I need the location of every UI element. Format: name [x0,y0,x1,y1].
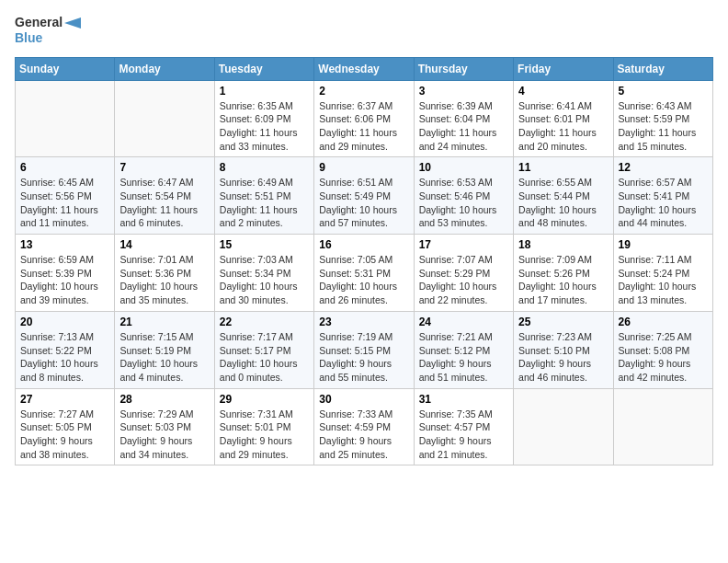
day-number: 22 [220,316,309,328]
weekday-header: Thursday [414,57,513,80]
day-number: 18 [518,238,608,251]
weekday-header: Tuesday [214,57,313,80]
day-number: 27 [20,393,109,406]
day-info: Sunrise: 7:07 AMSunset: 5:29 PMDaylight:… [419,253,508,307]
weekday-header: Wednesday [314,57,414,80]
day-info: Sunrise: 7:29 AMSunset: 5:03 PMDaylight:… [119,408,209,462]
weekday-header: Friday [514,57,613,80]
day-info: Sunrise: 6:47 AMSunset: 5:54 PMDaylight:… [119,176,209,230]
calendar-cell: 13Sunrise: 6:59 AMSunset: 5:39 PMDayligh… [16,235,115,312]
calendar-cell: 23Sunrise: 7:19 AMSunset: 5:15 PMDayligh… [314,311,414,388]
calendar-cell: 9Sunrise: 6:51 AMSunset: 5:49 PMDaylight… [314,157,414,235]
day-number: 21 [119,316,209,328]
day-info: Sunrise: 7:33 AMSunset: 4:59 PMDaylight:… [319,408,408,462]
day-number: 12 [619,161,708,174]
calendar-cell: 5Sunrise: 6:43 AMSunset: 5:59 PMDaylight… [613,80,712,157]
calendar-cell: 1Sunrise: 6:35 AMSunset: 6:09 PMDaylight… [214,80,313,157]
day-number: 6 [20,161,109,174]
calendar-cell: 17Sunrise: 7:07 AMSunset: 5:29 PMDayligh… [414,235,513,312]
day-number: 11 [518,161,608,174]
day-info: Sunrise: 6:53 AMSunset: 5:46 PMDaylight:… [419,176,508,230]
day-number: 23 [319,316,408,328]
day-info: Sunrise: 6:55 AMSunset: 5:44 PMDaylight:… [518,176,608,230]
day-number: 31 [419,393,508,406]
calendar-week-row: 13Sunrise: 6:59 AMSunset: 5:39 PMDayligh… [16,235,713,312]
calendar-cell: 24Sunrise: 7:21 AMSunset: 5:12 PMDayligh… [414,311,513,388]
day-number: 20 [20,316,109,328]
calendar-cell [115,80,214,157]
calendar-week-row: 20Sunrise: 7:13 AMSunset: 5:22 PMDayligh… [16,311,713,388]
day-number: 24 [419,316,508,328]
day-number: 19 [619,238,708,251]
day-number: 4 [518,85,608,98]
calendar-cell: 20Sunrise: 7:13 AMSunset: 5:22 PMDayligh… [16,311,115,388]
day-info: Sunrise: 6:45 AMSunset: 5:56 PMDaylight:… [20,176,109,230]
calendar-cell [514,388,613,465]
calendar-cell: 21Sunrise: 7:15 AMSunset: 5:19 PMDayligh… [115,311,214,388]
day-number: 3 [419,85,508,98]
day-number: 14 [119,238,209,251]
calendar-cell: 2Sunrise: 6:37 AMSunset: 6:06 PMDaylight… [314,80,414,157]
weekday-header: Saturday [613,57,712,80]
calendar-cell: 18Sunrise: 7:09 AMSunset: 5:26 PMDayligh… [514,235,613,312]
day-info: Sunrise: 7:05 AMSunset: 5:31 PMDaylight:… [319,253,408,307]
day-number: 26 [619,316,708,328]
calendar-cell: 15Sunrise: 7:03 AMSunset: 5:34 PMDayligh… [214,235,313,312]
calendar-cell [16,80,115,157]
day-info: Sunrise: 7:21 AMSunset: 5:12 PMDaylight:… [419,330,508,385]
calendar-cell: 30Sunrise: 7:33 AMSunset: 4:59 PMDayligh… [314,388,414,465]
day-info: Sunrise: 7:11 AMSunset: 5:24 PMDaylight:… [619,253,708,307]
calendar-cell: 14Sunrise: 7:01 AMSunset: 5:36 PMDayligh… [115,235,214,312]
calendar-cell: 22Sunrise: 7:17 AMSunset: 5:17 PMDayligh… [214,311,313,388]
day-info: Sunrise: 7:35 AMSunset: 4:57 PMDaylight:… [419,408,508,462]
calendar-week-row: 6Sunrise: 6:45 AMSunset: 5:56 PMDaylight… [16,157,713,235]
logo: General Blue [15,15,81,46]
day-number: 5 [619,85,708,98]
calendar-cell: 7Sunrise: 6:47 AMSunset: 5:54 PMDaylight… [115,157,214,235]
day-info: Sunrise: 6:59 AMSunset: 5:39 PMDaylight:… [20,253,109,307]
day-info: Sunrise: 7:15 AMSunset: 5:19 PMDaylight:… [119,330,209,385]
day-info: Sunrise: 7:01 AMSunset: 5:36 PMDaylight:… [119,253,209,307]
calendar-cell: 12Sunrise: 6:57 AMSunset: 5:41 PMDayligh… [613,157,712,235]
calendar-cell: 19Sunrise: 7:11 AMSunset: 5:24 PMDayligh… [613,235,712,312]
calendar-cell: 29Sunrise: 7:31 AMSunset: 5:01 PMDayligh… [214,388,313,465]
day-number: 29 [220,393,309,406]
day-number: 7 [119,161,209,174]
calendar-cell: 25Sunrise: 7:23 AMSunset: 5:10 PMDayligh… [514,311,613,388]
day-number: 28 [119,393,209,406]
calendar-cell: 31Sunrise: 7:35 AMSunset: 4:57 PMDayligh… [414,388,513,465]
day-info: Sunrise: 7:09 AMSunset: 5:26 PMDaylight:… [518,253,608,307]
day-number: 15 [220,238,309,251]
svg-marker-0 [64,17,81,29]
day-info: Sunrise: 7:27 AMSunset: 5:05 PMDaylight:… [20,408,109,462]
calendar-cell: 11Sunrise: 6:55 AMSunset: 5:44 PMDayligh… [514,157,613,235]
day-info: Sunrise: 7:25 AMSunset: 5:08 PMDaylight:… [619,330,708,385]
calendar-table: SundayMondayTuesdayWednesdayThursdayFrid… [15,57,713,466]
weekday-header: Monday [115,57,214,80]
day-info: Sunrise: 7:13 AMSunset: 5:22 PMDaylight:… [20,330,109,385]
calendar-cell: 10Sunrise: 6:53 AMSunset: 5:46 PMDayligh… [414,157,513,235]
day-number: 10 [419,161,508,174]
day-info: Sunrise: 7:23 AMSunset: 5:10 PMDaylight:… [518,330,608,385]
day-info: Sunrise: 6:43 AMSunset: 5:59 PMDaylight:… [619,99,708,154]
day-number: 1 [220,85,309,98]
day-info: Sunrise: 7:03 AMSunset: 5:34 PMDaylight:… [220,253,309,307]
calendar-cell: 28Sunrise: 7:29 AMSunset: 5:03 PMDayligh… [115,388,214,465]
day-info: Sunrise: 6:37 AMSunset: 6:06 PMDaylight:… [319,99,408,154]
calendar-cell: 27Sunrise: 7:27 AMSunset: 5:05 PMDayligh… [16,388,115,465]
calendar-cell: 3Sunrise: 6:39 AMSunset: 6:04 PMDaylight… [414,80,513,157]
weekday-header: Sunday [16,57,115,80]
day-number: 16 [319,238,408,251]
day-number: 9 [319,161,408,174]
day-number: 30 [319,393,408,406]
calendar-cell: 26Sunrise: 7:25 AMSunset: 5:08 PMDayligh… [613,311,712,388]
day-number: 17 [419,238,508,251]
day-info: Sunrise: 6:57 AMSunset: 5:41 PMDaylight:… [619,176,708,230]
day-number: 25 [518,316,608,328]
day-info: Sunrise: 6:49 AMSunset: 5:51 PMDaylight:… [220,176,309,230]
calendar-cell: 4Sunrise: 6:41 AMSunset: 6:01 PMDaylight… [514,80,613,157]
day-number: 8 [220,161,309,174]
day-info: Sunrise: 6:35 AMSunset: 6:09 PMDaylight:… [220,99,309,154]
calendar-cell: 8Sunrise: 6:49 AMSunset: 5:51 PMDaylight… [214,157,313,235]
day-info: Sunrise: 6:51 AMSunset: 5:49 PMDaylight:… [319,176,408,230]
